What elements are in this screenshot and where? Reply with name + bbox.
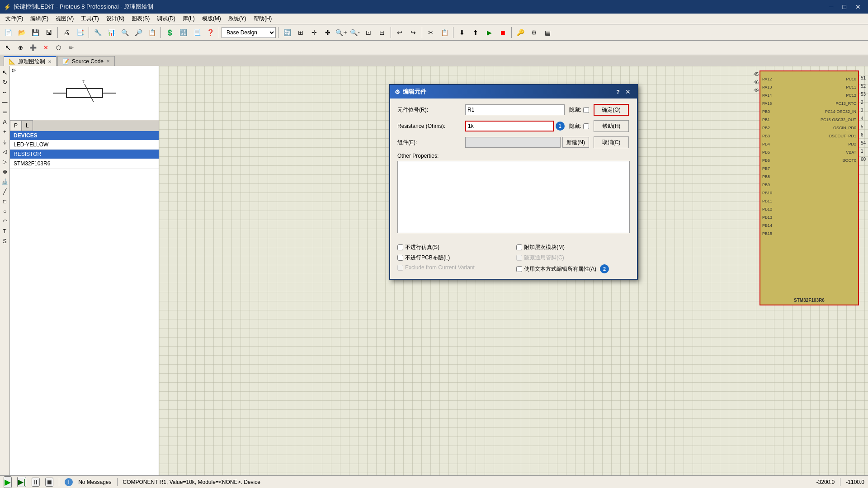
ok-button[interactable]: 确定(O) bbox=[594, 104, 629, 116]
symbol-tool[interactable]: S bbox=[0, 237, 9, 246]
cancel-button[interactable]: 取消(C) bbox=[594, 136, 629, 148]
help-toolbar-button[interactable]: ❓ bbox=[204, 26, 217, 39]
component-ref-input[interactable] bbox=[465, 104, 565, 115]
tab-schematic-close[interactable]: ✕ bbox=[48, 59, 52, 64]
canvas-area[interactable]: 45 46 49 PA12 PA13 PA14 PA15 PB0 PB1 PB2… bbox=[159, 66, 868, 475]
zoom-minus-button[interactable]: 🔍- bbox=[349, 26, 361, 39]
copy-button[interactable]: 📋 bbox=[438, 26, 451, 39]
menu-template[interactable]: 模版(M) bbox=[198, 14, 225, 23]
resistance-input[interactable] bbox=[465, 121, 554, 131]
wire-tool-strip[interactable]: — bbox=[0, 98, 9, 107]
undo-button[interactable]: ↩ bbox=[393, 26, 406, 39]
menu-system[interactable]: 系统(Y) bbox=[225, 14, 250, 23]
stop-button[interactable]: ⏹ bbox=[45, 478, 53, 487]
component-ref-hidden-checkbox[interactable] bbox=[583, 107, 589, 113]
rect-tool[interactable]: □ bbox=[0, 197, 9, 206]
play-button[interactable]: ▶ bbox=[4, 476, 12, 488]
power-tool[interactable]: ⏚ bbox=[0, 137, 9, 146]
no-simulate-checkbox[interactable] bbox=[397, 244, 403, 250]
doc-button[interactable]: 📃 bbox=[190, 26, 203, 39]
export-button[interactable]: ⬆ bbox=[469, 26, 482, 39]
menu-edit[interactable]: 编辑(E) bbox=[27, 14, 52, 23]
new-button[interactable]: 📄 bbox=[2, 26, 14, 39]
device-item-led[interactable]: LED-YELLOW bbox=[10, 140, 159, 150]
grid-button[interactable]: ⊞ bbox=[294, 26, 307, 39]
tab-schematic[interactable]: 📐 原理图绘制 ✕ bbox=[4, 56, 57, 66]
save-all-button[interactable]: 🖫 bbox=[42, 26, 55, 39]
zoom-all-button[interactable]: ⊟ bbox=[376, 26, 388, 39]
menu-debug[interactable]: 调试(D) bbox=[153, 14, 179, 23]
select-tool[interactable]: ↖ bbox=[2, 42, 14, 54]
refresh-button[interactable]: 🔄 bbox=[281, 26, 293, 39]
text-tool[interactable]: T bbox=[0, 227, 9, 236]
move-button[interactable]: ✤ bbox=[321, 26, 334, 39]
menu-view[interactable]: 视图(V) bbox=[52, 14, 77, 23]
help-button[interactable]: 帮助(H) bbox=[594, 120, 629, 132]
hier-tool[interactable]: ▷ bbox=[0, 157, 9, 166]
menu-tools[interactable]: 工具(T) bbox=[77, 14, 102, 23]
menu-design[interactable]: 设计(N) bbox=[103, 14, 128, 23]
menu-library[interactable]: 库(L) bbox=[179, 14, 198, 23]
text-edit-checkbox[interactable] bbox=[516, 266, 522, 272]
zoom-fit-button[interactable]: ⊡ bbox=[362, 26, 375, 39]
delete-tool[interactable]: ✕ bbox=[40, 42, 52, 54]
component-button[interactable]: 🔧 bbox=[91, 26, 104, 39]
import-button[interactable]: ⬇ bbox=[456, 26, 468, 39]
label-tool[interactable]: A bbox=[0, 117, 9, 127]
new-group-button[interactable]: 新建(N) bbox=[562, 137, 589, 148]
menu-graph[interactable]: 图表(S) bbox=[128, 14, 153, 23]
group-input[interactable] bbox=[465, 137, 561, 148]
device-list[interactable]: LED-YELLOW RESISTOR STM32F103R6 bbox=[10, 140, 159, 475]
other-props-textarea[interactable] bbox=[397, 161, 630, 233]
component-place-tool[interactable]: ⊕ bbox=[14, 42, 26, 54]
no-pcb-checkbox[interactable] bbox=[397, 255, 403, 261]
search-button[interactable]: 🔎 bbox=[132, 26, 145, 39]
dialog-help-icon[interactable]: ? bbox=[616, 89, 620, 95]
money-button[interactable]: 💲 bbox=[163, 26, 176, 39]
close-window-button[interactable]: ✕ bbox=[852, 2, 864, 11]
panel-tab-p[interactable]: P bbox=[10, 120, 22, 131]
add-component-tool[interactable]: ➕ bbox=[27, 42, 39, 54]
design-dropdown[interactable]: Base Design bbox=[222, 27, 276, 38]
port-tool[interactable]: ◁ bbox=[0, 147, 9, 156]
maximize-button[interactable]: □ bbox=[839, 2, 850, 11]
tool2-button[interactable]: ⚙ bbox=[528, 26, 540, 39]
select-tool-strip[interactable]: ↖ bbox=[0, 68, 9, 77]
pause-button[interactable]: ⏸ bbox=[32, 478, 40, 487]
zoom-plus-button[interactable]: 🔍+ bbox=[335, 26, 348, 39]
circle-tool[interactable]: ○ bbox=[0, 207, 9, 216]
cross-tool[interactable]: ⊗ bbox=[0, 167, 9, 176]
dialog-close-button[interactable]: ✕ bbox=[623, 88, 632, 95]
device-item-stm32[interactable]: STM32F103R6 bbox=[10, 159, 159, 169]
zoom-in-button[interactable]: 🔍 bbox=[118, 26, 131, 39]
wire-tool[interactable]: ⬡ bbox=[52, 42, 64, 54]
menu-file[interactable]: 文件(F) bbox=[2, 14, 27, 23]
stop-run-button[interactable]: ⏹ bbox=[496, 26, 509, 39]
cut-button[interactable]: ✂ bbox=[425, 26, 437, 39]
print-button[interactable]: 🖨 bbox=[60, 26, 73, 39]
tool1-button[interactable]: 🔑 bbox=[514, 26, 527, 39]
tool3-button[interactable]: ▤ bbox=[541, 26, 554, 39]
panel-tab-l[interactable]: L bbox=[22, 120, 33, 131]
digit-button[interactable]: 🔢 bbox=[177, 26, 189, 39]
menu-help[interactable]: 帮助(H) bbox=[250, 14, 276, 23]
resistance-hidden-checkbox[interactable] bbox=[583, 123, 589, 129]
rotate-tool[interactable]: ↻ bbox=[0, 78, 9, 87]
line-tool[interactable]: ╱ bbox=[0, 187, 9, 196]
junction-tool[interactable]: + bbox=[0, 127, 9, 136]
tab-sourcecode-close[interactable]: ✕ bbox=[106, 59, 110, 64]
probe-tool[interactable]: 🔬 bbox=[0, 177, 9, 186]
crosshair-button[interactable]: ✛ bbox=[308, 26, 321, 39]
tab-sourcecode[interactable]: 📝 Source Code ✕ bbox=[57, 56, 115, 66]
property-button[interactable]: 📋 bbox=[146, 26, 158, 39]
step-play-button[interactable]: ▶| bbox=[17, 477, 26, 487]
open-button[interactable]: 📂 bbox=[15, 26, 28, 39]
arc-tool[interactable]: ◠ bbox=[0, 217, 9, 226]
device-item-resistor[interactable]: RESISTOR bbox=[10, 150, 159, 159]
redo-button[interactable]: ↪ bbox=[407, 26, 420, 39]
add-module-checkbox[interactable] bbox=[516, 244, 522, 250]
edit-tool[interactable]: ✏ bbox=[65, 42, 77, 54]
print2-button[interactable]: 📑 bbox=[74, 26, 86, 39]
run-button[interactable]: ▶ bbox=[483, 26, 495, 39]
bus-tool[interactable]: ═ bbox=[0, 108, 9, 117]
